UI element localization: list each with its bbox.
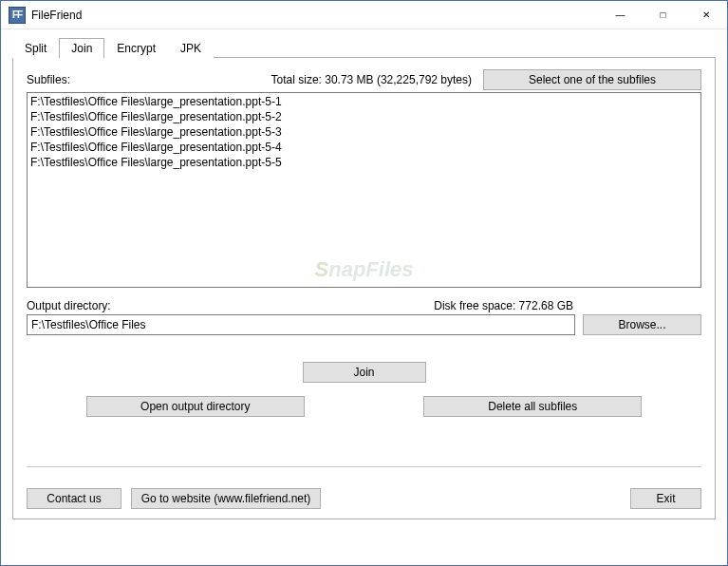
join-panel: Subfiles: Total size: 30.73 MB (32,225,7… (12, 58, 716, 519)
footer-buttons: Contact us Go to website (www.filefriend… (27, 488, 701, 509)
tab-join[interactable]: Join (59, 38, 104, 58)
maximize-button[interactable]: □ (642, 1, 684, 29)
website-button[interactable]: Go to website (www.filefriend.net) (131, 488, 321, 509)
list-item[interactable]: F:\Testfiles\Office Files\large_presenta… (30, 124, 698, 140)
minimize-button[interactable]: — (599, 1, 642, 29)
list-item[interactable]: F:\Testfiles\Office Files\large_presenta… (30, 109, 698, 124)
output-dir-label: Output directory: (27, 299, 111, 312)
titlebar: FF FileFriend — □ ✕ (1, 1, 727, 29)
output-dir-input[interactable] (27, 314, 575, 335)
close-button[interactable]: ✕ (684, 1, 727, 29)
contact-button[interactable]: Contact us (27, 488, 121, 509)
exit-button[interactable]: Exit (630, 488, 701, 509)
content-area: Split Join Encrypt JPK Subfiles: Total s… (1, 29, 727, 529)
subfiles-label: Subfiles: (27, 73, 70, 86)
window-title: FileFriend (31, 9, 82, 22)
tab-jpk[interactable]: JPK (168, 38, 214, 58)
tab-bar: Split Join Encrypt JPK (12, 37, 716, 58)
disk-free-text: Disk free space: 772.68 GB (434, 299, 701, 312)
join-button[interactable]: Join (303, 362, 426, 383)
open-output-button[interactable]: Open output directory (86, 396, 305, 417)
total-size-text: Total size: 30.73 MB (32,225,792 bytes) (271, 73, 472, 86)
tab-split[interactable]: Split (12, 38, 59, 58)
subfiles-listbox[interactable]: F:\Testfiles\Office Files\large_presenta… (27, 92, 701, 288)
select-subfile-button[interactable]: Select one of the subfiles (483, 69, 701, 90)
list-item[interactable]: F:\Testfiles\Office Files\large_presenta… (30, 94, 698, 109)
browse-button[interactable]: Browse... (583, 314, 701, 335)
list-item[interactable]: F:\Testfiles\Office Files\large_presenta… (30, 155, 698, 170)
list-item[interactable]: F:\Testfiles\Office Files\large_presenta… (30, 140, 698, 155)
separator (27, 466, 701, 467)
delete-subfiles-button[interactable]: Delete all subfiles (423, 396, 642, 417)
tab-encrypt[interactable]: Encrypt (104, 38, 168, 58)
app-icon: FF (9, 7, 26, 24)
